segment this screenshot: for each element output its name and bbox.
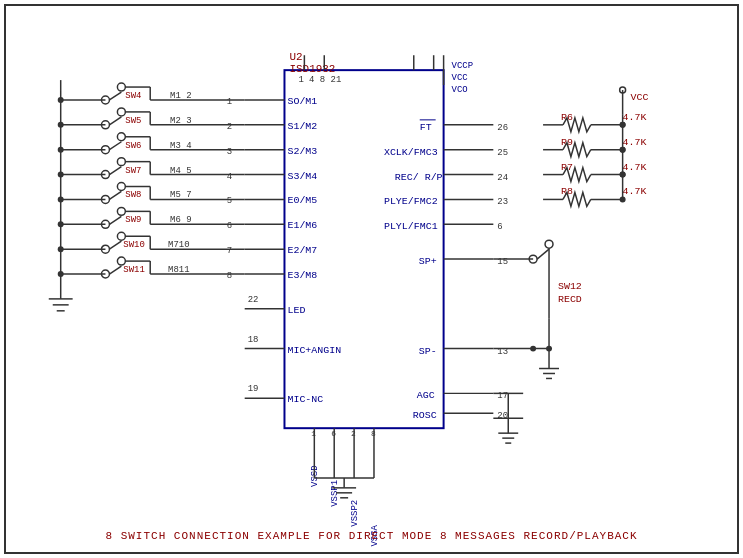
- svg-text:VSSD: VSSD: [310, 465, 320, 486]
- svg-line-170: [109, 142, 121, 150]
- svg-text:ROSC: ROSC: [413, 410, 437, 421]
- svg-text:4: 4: [227, 172, 232, 182]
- svg-text:M2 3: M2 3: [170, 116, 191, 126]
- svg-text:SW12: SW12: [558, 281, 582, 292]
- svg-text:S1/M2: S1/M2: [287, 121, 317, 132]
- svg-text:REC/ R/P: REC/ R/P: [395, 172, 443, 183]
- svg-point-150: [117, 83, 125, 91]
- svg-text:5: 5: [227, 196, 232, 206]
- svg-text:M5 7: M5 7: [170, 190, 191, 200]
- svg-text:MIC+ANGIN: MIC+ANGIN: [287, 345, 341, 356]
- svg-text:M1 2: M1 2: [170, 91, 191, 101]
- svg-text:19: 19: [248, 384, 259, 394]
- svg-text:M811: M811: [168, 265, 189, 275]
- svg-text:20: 20: [497, 411, 508, 421]
- svg-text:SO/M1: SO/M1: [287, 96, 317, 107]
- svg-text:AGC: AGC: [417, 390, 435, 401]
- svg-point-177: [58, 147, 64, 153]
- svg-text:PLYL/FMC1: PLYL/FMC1: [384, 221, 438, 232]
- svg-text:SP+: SP+: [419, 256, 437, 267]
- svg-text:RECD: RECD: [558, 294, 582, 305]
- svg-point-161: [117, 108, 125, 116]
- svg-text:LED: LED: [287, 305, 305, 316]
- svg-text:S3/M4: S3/M4: [287, 171, 317, 182]
- svg-point-181: [117, 158, 125, 166]
- svg-text:1 4   8 21: 1 4 8 21: [298, 75, 341, 85]
- svg-text:SW4: SW4: [125, 91, 141, 101]
- svg-text:6: 6: [331, 429, 336, 438]
- svg-text:SW9: SW9: [125, 215, 141, 225]
- svg-text:4.7K: 4.7K: [623, 186, 647, 197]
- svg-line-200: [109, 216, 121, 224]
- svg-line-180: [109, 167, 121, 175]
- svg-text:E0/M5: E0/M5: [287, 195, 317, 206]
- svg-point-130: [620, 172, 626, 178]
- svg-text:22: 22: [248, 295, 259, 305]
- schematic-container: U2 ISD1932 1 4 8 21 SO/M1 1 S1/M2 2 S2/M…: [4, 4, 739, 554]
- svg-text:PLYE/FMC2: PLYE/FMC2: [384, 196, 438, 207]
- svg-text:E1/M6: E1/M6: [287, 220, 317, 231]
- svg-point-227: [58, 271, 64, 277]
- svg-text:ISD1932: ISD1932: [289, 63, 335, 75]
- svg-point-142: [546, 346, 552, 352]
- svg-text:MIC-NC: MIC-NC: [287, 394, 323, 405]
- svg-text:8: 8: [227, 271, 232, 281]
- svg-text:1: 1: [227, 97, 232, 107]
- svg-point-191: [117, 183, 125, 191]
- svg-text:M4 5: M4 5: [170, 166, 191, 176]
- svg-point-201: [117, 207, 125, 215]
- svg-point-134: [545, 240, 553, 248]
- svg-text:18: 18: [248, 335, 259, 345]
- svg-text:4.7K: 4.7K: [623, 112, 647, 123]
- svg-text:VCO: VCO: [452, 85, 468, 95]
- svg-point-221: [117, 257, 125, 265]
- schematic-svg: U2 ISD1932 1 4 8 21 SO/M1 1 S1/M2 2 S2/M…: [6, 6, 737, 552]
- svg-point-141: [530, 346, 536, 352]
- schematic-area: U2 ISD1932 1 4 8 21 SO/M1 1 S1/M2 2 S2/M…: [6, 6, 737, 552]
- svg-text:M6 9: M6 9: [170, 215, 191, 225]
- svg-text:SW5: SW5: [125, 116, 141, 126]
- svg-text:VSSP2: VSSP2: [350, 500, 360, 527]
- svg-text:24: 24: [497, 173, 508, 183]
- svg-point-197: [58, 196, 64, 202]
- svg-text:4.7K: 4.7K: [623, 162, 647, 173]
- svg-text:SW8: SW8: [125, 190, 141, 200]
- svg-point-167: [58, 122, 64, 128]
- svg-text:8: 8: [371, 429, 376, 438]
- svg-line-210: [109, 241, 121, 249]
- svg-text:4.7K: 4.7K: [623, 137, 647, 148]
- svg-line-160: [109, 117, 121, 125]
- svg-text:7: 7: [227, 246, 232, 256]
- svg-text:SP-: SP-: [419, 346, 437, 357]
- svg-text:2: 2: [227, 122, 232, 132]
- svg-text:1: 1: [311, 429, 316, 438]
- svg-text:XCLK/FMC3: XCLK/FMC3: [384, 147, 438, 158]
- svg-text:VCC: VCC: [452, 73, 468, 83]
- svg-point-217: [58, 246, 64, 252]
- bottom-caption: 8 SWITCH CONNECTION EXAMPLE FOR DIRECT M…: [105, 530, 637, 542]
- svg-text:E2/M7: E2/M7: [287, 245, 317, 256]
- svg-text:6: 6: [227, 221, 232, 231]
- svg-text:E3/M8: E3/M8: [287, 270, 317, 281]
- svg-point-129: [620, 147, 626, 153]
- svg-text:SW7: SW7: [125, 166, 141, 176]
- svg-point-233: [58, 97, 64, 103]
- svg-text:U2: U2: [289, 51, 302, 63]
- svg-text:23: 23: [497, 197, 508, 207]
- svg-text:M3 4: M3 4: [170, 141, 191, 151]
- svg-point-171: [117, 133, 125, 141]
- svg-point-211: [117, 232, 125, 240]
- svg-text:SW11: SW11: [123, 265, 144, 275]
- svg-line-149: [109, 92, 121, 100]
- svg-text:SW10: SW10: [123, 240, 144, 250]
- svg-text:VCCP: VCCP: [452, 61, 473, 71]
- svg-point-187: [58, 172, 64, 178]
- svg-text:2: 2: [351, 429, 356, 438]
- svg-point-128: [620, 122, 626, 128]
- svg-line-190: [109, 191, 121, 199]
- svg-text:6: 6: [497, 222, 502, 232]
- svg-line-133: [537, 249, 549, 259]
- svg-text:25: 25: [497, 148, 508, 158]
- svg-text:S2/M3: S2/M3: [287, 146, 317, 157]
- svg-line-220: [109, 266, 121, 274]
